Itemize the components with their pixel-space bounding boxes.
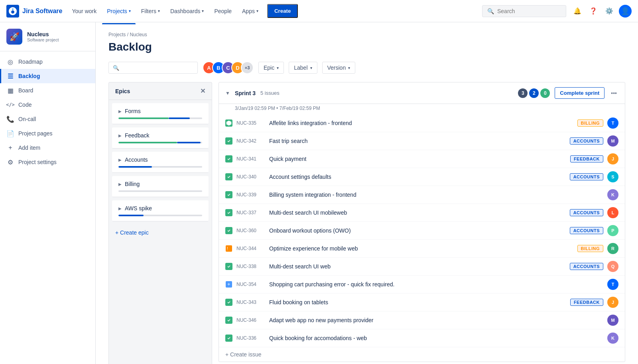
sprint-dates: 3/Jan/19 02:59 PM • 7/Feb/19 02:59 PM <box>219 104 625 114</box>
table-row[interactable]: NUC-335 Affelite links integration - fro… <box>219 114 625 132</box>
backlog-search-box[interactable]: 🔍 <box>108 62 198 74</box>
sprint-menu-icon[interactable]: ••• <box>609 88 618 98</box>
backlog-area: Epics ✕ ▶ Forms <box>108 82 625 364</box>
table-row[interactable]: + NUC-354 Shopping cart purchasing error… <box>219 276 625 294</box>
project-header[interactable]: 🚀 Nucleus Software project <box>0 22 95 51</box>
epic-label-forms: Forms <box>125 108 141 114</box>
epic-item-billing[interactable]: ▶ Billing <box>112 176 209 197</box>
issue-key: NUC-343 <box>236 299 265 305</box>
svg-text:+: + <box>227 281 230 287</box>
epic-filter[interactable]: Epic ▾ <box>258 62 284 74</box>
issue-key: NUC-338 <box>236 264 265 269</box>
epic-item-forms[interactable]: ▶ Forms <box>112 103 209 124</box>
search-input[interactable] <box>497 8 561 14</box>
backlog-search-input[interactable] <box>122 65 193 71</box>
search-box[interactable]: 🔍 <box>482 5 566 17</box>
apps-chevron-icon: ▾ <box>256 9 258 13</box>
version-filter-label: Version <box>327 65 346 71</box>
version-filter[interactable]: Version ▾ <box>322 62 356 74</box>
projects-chevron-icon: ▾ <box>129 9 131 13</box>
nav-your-work[interactable]: Your work <box>67 5 101 18</box>
complete-sprint-button[interactable]: Complete sprint <box>555 87 605 99</box>
epic-item-accounts[interactable]: ▶ Accounts <box>112 152 209 173</box>
create-epic-button[interactable]: + Create epic <box>109 225 212 241</box>
label-filter[interactable]: Label ▾ <box>289 62 317 74</box>
epic-chevron-aws: ▶ <box>118 206 122 211</box>
avatar-count[interactable]: +3 <box>241 61 254 74</box>
table-row[interactable]: NUC-360 Onboard workout options (OWO) AC… <box>219 222 625 240</box>
epic-label-accounts: Accounts <box>125 157 148 163</box>
issue-summary: Fast trip search <box>269 138 566 144</box>
oncall-icon: 📞 <box>6 115 14 123</box>
app-name: Jira Software <box>22 8 62 15</box>
backlog-toolbar: 🔍 A B C D +3 Epic ▾ Label ▾ <box>108 61 625 74</box>
story-icon <box>225 209 232 216</box>
nav-people[interactable]: People <box>209 5 236 18</box>
issue-label: FEEDBACK <box>570 299 603 306</box>
sprint-count: 5 issues <box>260 90 280 96</box>
table-row[interactable]: NUC-342 Fast trip search ACCOUNTS M <box>219 132 625 150</box>
issue-label: BILLING <box>577 119 604 127</box>
breadcrumb-projects[interactable]: Projects <box>108 32 126 37</box>
table-row[interactable]: NUC-337 Multi-dest search UI mobileweb A… <box>219 204 625 222</box>
svg-text:!: ! <box>227 246 228 251</box>
epic-label-feedback: Feedback <box>125 132 149 139</box>
sidebar-item-code[interactable]: </> Code <box>0 98 95 112</box>
epic-chevron-icon: ▾ <box>277 66 279 70</box>
issue-avatar: K <box>607 189 618 200</box>
epic-item-feedback[interactable]: ▶ Feedback <box>112 127 209 149</box>
nav-dashboards[interactable]: Dashboards ▾ <box>165 5 209 18</box>
sidebar-item-oncall[interactable]: 📞 On-call <box>0 112 95 126</box>
create-issue-button[interactable]: + Create issue <box>219 347 625 362</box>
sprint-area: ▼ Sprint 3 5 issues 3 2 0 Complete sprin… <box>219 82 625 364</box>
sidebar-item-add-item[interactable]: + Add item <box>0 141 95 155</box>
breadcrumb-nucleus[interactable]: Nucleus <box>130 32 147 37</box>
table-row[interactable]: NUC-340 Account settings defaults ACCOUN… <box>219 168 625 186</box>
breadcrumb: Projects / Nucleus <box>108 32 625 37</box>
table-row[interactable]: ! NUC-344 Optimize experience for mobile… <box>219 240 625 258</box>
notifications-icon[interactable]: 🔔 <box>571 5 584 18</box>
table-row[interactable]: NUC-339 Billing system integration - fro… <box>219 186 625 204</box>
table-row[interactable]: NUC-346 Adapt web app no new payments pr… <box>219 311 625 329</box>
epics-close-button[interactable]: ✕ <box>200 87 205 95</box>
issue-avatar: S <box>607 171 618 182</box>
app-logo[interactable]: Jira Software <box>6 5 62 18</box>
sprint-toggle[interactable]: ▼ <box>225 90 230 96</box>
issue-key: NUC-354 <box>236 282 265 287</box>
sidebar-item-backlog[interactable]: ☰ Backlog <box>0 69 95 83</box>
issue-summary: Quick payment <box>269 156 566 162</box>
issue-avatar: P <box>607 225 618 236</box>
story-icon <box>225 137 232 145</box>
help-icon[interactable]: ❓ <box>587 5 600 18</box>
user-avatar[interactable]: 👤 <box>619 5 632 18</box>
nav-apps[interactable]: Apps ▾ <box>237 5 263 18</box>
issue-summary: Account settings defaults <box>269 174 566 180</box>
issue-summary: Onboard workout options (OWO) <box>269 227 566 234</box>
page-title: Backlog <box>108 41 625 53</box>
nav-projects[interactable]: Projects ▾ <box>102 5 136 18</box>
settings-icon[interactable]: ⚙️ <box>603 5 616 18</box>
table-row[interactable]: NUC-338 Multi-dest search UI web ACCOUNT… <box>219 258 625 276</box>
sidebar-item-settings[interactable]: ⚙ Project settings <box>0 155 95 169</box>
topnav: Jira Software Your work Projects ▾ Filte… <box>0 0 638 22</box>
epic-chevron-billing: ▶ <box>118 182 122 186</box>
project-icon: 🚀 <box>6 29 22 45</box>
sidebar-item-roadmap[interactable]: ◎ Roadmap <box>0 55 95 69</box>
table-row[interactable]: NUC-336 Quick booking for accomodations … <box>219 329 625 347</box>
sprint-section: ▼ Sprint 3 5 issues 3 2 0 Complete sprin… <box>219 82 625 362</box>
task-icon: + <box>225 281 232 288</box>
issue-avatar: J <box>607 297 618 308</box>
label-filter-label: Label <box>294 65 307 71</box>
sidebar-item-label-pages: Project pages <box>18 130 53 137</box>
nav-filters[interactable]: Filters ▾ <box>136 5 165 18</box>
table-row[interactable]: NUC-341 Quick payment FEEDBACK J <box>219 150 625 168</box>
table-row[interactable]: NUC-343 Fluid booking on tablets FEEDBAC… <box>219 294 625 311</box>
epic-chevron-forms: ▶ <box>118 109 122 114</box>
roadmap-icon: ◎ <box>6 58 14 66</box>
epic-item-aws-spike[interactable]: ▶ AWS spike <box>112 200 209 221</box>
create-button[interactable]: Create <box>267 4 298 18</box>
sidebar-item-project-pages[interactable]: 📄 Project pages <box>0 126 95 141</box>
sidebar-item-label-add: Add item <box>18 145 40 151</box>
sidebar-item-board[interactable]: ▦ Board <box>0 83 95 98</box>
story-icon <box>225 335 232 342</box>
